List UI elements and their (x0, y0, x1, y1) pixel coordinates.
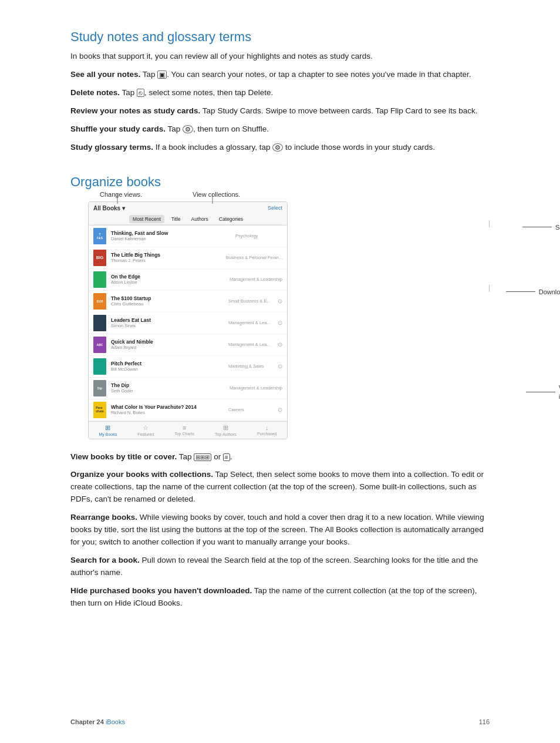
footer-app-name: iBooks (106, 718, 125, 725)
chapter-info: Chapter 24 iBooks (70, 718, 125, 725)
book-category: Marketing & Sales (228, 364, 275, 369)
section1-item-2: Delete notes. Tap ⎋, select some notes, … (70, 87, 490, 99)
section1-item-5: Study glossary terms. If a book includes… (70, 142, 490, 154)
book-row[interactable]: Dip The Dip Seth Godin Management & Lead… (89, 378, 287, 399)
section1-intro: In books that support it, you can review… (70, 51, 490, 63)
hide-purchased-label: Hide purchased books you haven't downloa… (70, 586, 252, 595)
sort-tab-categories[interactable]: Categories (215, 215, 247, 223)
bottom-tab-featured[interactable]: ☆ Featured (137, 424, 154, 436)
item1-text: Tap ▣. You can search your notes, or tap… (143, 70, 471, 79)
book-title: Pitch Perfect (111, 361, 224, 367)
item2-text: Tap ⎋, select some notes, then tap Delet… (122, 88, 274, 97)
bottom-tab-topcharts[interactable]: ≡ Top Charts (174, 424, 194, 436)
book-author: Chris Guillebeau (111, 301, 224, 307)
annotation-lines-top (88, 193, 323, 205)
book-info: Quick and Nimble Adam Bryant (111, 339, 224, 350)
bottom-tab-topauthors[interactable]: ⊞ Top Authors (215, 424, 237, 436)
section1-item-3: Review your notes as study cards. Tap St… (70, 105, 490, 117)
item2-label: Delete notes. (70, 88, 120, 97)
bottom-tab-purchased[interactable]: ↓ Purchased (257, 424, 276, 436)
sort-tab-authors[interactable]: Authors (188, 215, 212, 223)
mybooks-icon: ⊞ (105, 424, 110, 432)
download-line (489, 285, 490, 292)
annotation-ibooks-store: View on theiBooks Store (526, 384, 560, 402)
section1-title: Study notes and glossary terms (70, 29, 490, 45)
book-row[interactable]: On the Edge Alison Levine Management & L… (89, 269, 287, 291)
book-author: Bill McGowan (111, 367, 224, 372)
footer: Chapter 24 iBooks 116 (0, 718, 560, 725)
book-info: Leaders Eat Last Simon Sinek (111, 317, 224, 328)
book-row[interactable]: BIG The Little Big Things Thomas J. Pete… (89, 247, 287, 269)
book-title: Quick and Nimble (111, 339, 224, 345)
book-title: The Dip (111, 382, 225, 388)
book-author: Thomas J. Peters (111, 258, 221, 263)
item5-label: Study glossary terms. (70, 143, 153, 152)
book-author: Simon Sinek (111, 323, 224, 328)
book-category: Management & Leadership (230, 385, 282, 391)
download-icon[interactable]: ⊙ (278, 320, 282, 326)
book-row[interactable]: Leaders Eat Last Simon Sinek Management … (89, 312, 287, 334)
book-category: Careers (228, 407, 275, 412)
purchased-label: Purchased (257, 432, 276, 436)
book-cover: $100 (93, 293, 106, 310)
book-author: Seth Godin (111, 388, 225, 394)
featured-icon: ☆ (143, 424, 149, 432)
download-icon[interactable]: ⊙ (278, 298, 282, 304)
select-button[interactable]: Select (268, 205, 282, 211)
book-category: Management & Lea... (228, 342, 275, 347)
book-title: What Color Is Your Parachute? 2014 (111, 404, 224, 410)
book-category: Business & Personal Finan... (226, 255, 282, 260)
book-cover: BIG (93, 250, 106, 266)
item4-text: Tap ⚙, then turn on Shuffle. (168, 125, 269, 133)
book-cover (93, 271, 106, 288)
item5-text: If a book includes a glossary, tap ⚙ to … (156, 143, 435, 152)
purchased-icon: ↓ (265, 424, 269, 431)
book-info: The Little Big Things Thomas J. Peters (111, 252, 221, 263)
para-search: Search for a book. Pull down to reveal t… (70, 554, 490, 579)
topauthors-icon: ⊞ (223, 424, 228, 432)
book-title: Leaders Eat Last (111, 317, 224, 323)
all-books-label: All Books ▾ (93, 205, 125, 211)
download-icon[interactable]: ⊙ (278, 341, 282, 348)
book-title: The Little Big Things (111, 252, 221, 258)
book-row[interactable]: TF&S Thinking, Fast and Slow Daniel Kahn… (89, 226, 287, 247)
book-row[interactable]: ABC Quick and Nimble Adam Bryant Managem… (89, 334, 287, 356)
book-title: On the Edge (111, 274, 225, 280)
section1-item-1: See all your notes. Tap ▣. You can searc… (70, 69, 490, 81)
book-author: Alison Levine (111, 280, 225, 285)
book-info: The $100 Startup Chris Guillebeau (111, 295, 224, 307)
section1-item-4: Shuffle your study cards. Tap ⚙, then tu… (70, 123, 490, 136)
sort-tab-title[interactable]: Title (168, 215, 184, 223)
book-cover: TF&S (93, 228, 106, 244)
para-rearrange: Rearrange books. While viewing books by … (70, 512, 490, 549)
book-category: Small Business & E... (228, 298, 275, 304)
book-row[interactable]: $100 The $100 Startup Chris Guillebeau S… (89, 291, 287, 312)
ibooks-bottom-bar: ⊞ My Books ☆ Featured ≡ Top Charts ⊞ Top… (89, 421, 287, 439)
para-organize-collections: Organize your books with collections. Ta… (70, 469, 490, 506)
book-title: The $100 Startup (111, 295, 224, 301)
book-cover: Parachute (93, 402, 106, 418)
topcharts-label: Top Charts (174, 432, 194, 436)
book-row[interactable]: Pitch Perfect Bill McGowan Marketing & S… (89, 356, 287, 378)
sort-tab-recent[interactable]: Most Recent (129, 215, 164, 223)
book-cover: ABC (93, 337, 106, 353)
annotation-sort: Sort the list. (522, 224, 560, 231)
book-info: What Color Is Your Parachute? 2014 Richa… (111, 404, 224, 415)
bottom-tab-mybooks[interactable]: ⊞ My Books (99, 424, 117, 436)
book-info: On the Edge Alison Levine (111, 274, 225, 285)
topauthors-label: Top Authors (215, 432, 237, 436)
para-view-books: View books by title or cover. Tap ⊞⊞⊞ or… (70, 451, 490, 463)
mybooks-label: My Books (99, 432, 117, 436)
search-label: Search for a book. (70, 556, 140, 564)
book-info: The Dip Seth Godin (111, 382, 225, 394)
chapter-label: Chapter 24 (70, 718, 104, 725)
sort-line (489, 220, 490, 227)
book-category: Psychology (235, 233, 282, 238)
book-info: Pitch Perfect Bill McGowan (111, 361, 224, 372)
book-row[interactable]: Parachute What Color Is Your Parachute? … (89, 399, 287, 421)
book-info: Thinking, Fast and Slow Daniel Kahneman (111, 230, 231, 241)
download-icon[interactable]: ⊙ (278, 406, 282, 413)
book-author: Daniel Kahneman (111, 236, 231, 241)
ibooks-screenshot: All Books ▾ Select Most Recent Title Aut… (88, 201, 288, 439)
download-icon[interactable]: ⊙ (278, 363, 282, 369)
